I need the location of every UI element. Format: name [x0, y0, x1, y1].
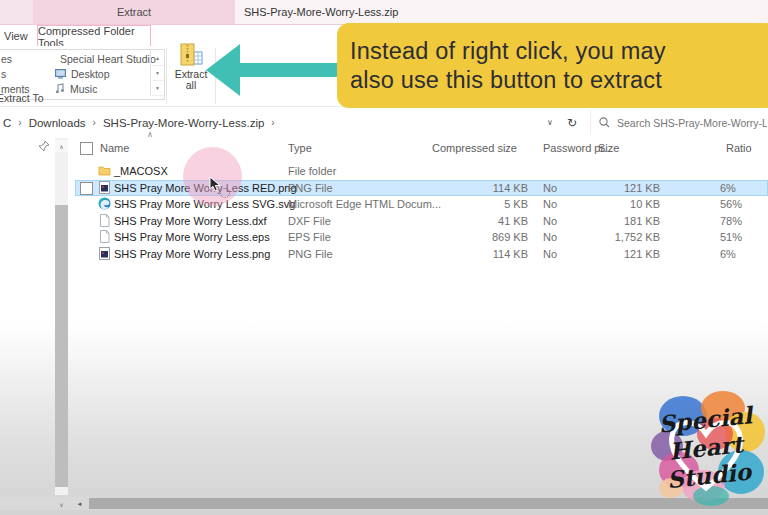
image-file-icon	[98, 181, 111, 194]
file-size: 181 KB	[560, 213, 660, 229]
edge-browser-icon	[98, 197, 111, 210]
column-header-compressed-size[interactable]: Compressed size	[432, 140, 517, 156]
callout-line-2: also use this button to extract	[350, 66, 768, 95]
search-input[interactable]	[615, 116, 768, 130]
vertical-scrollbar[interactable]: ∧	[55, 138, 68, 495]
callout-line-1: Instead of right click, you may	[350, 37, 768, 66]
file-type: Microsoft Edge HTML Docum...	[288, 196, 441, 212]
address-dropdown-button[interactable]: ∨	[540, 113, 560, 132]
gallery-scroll-down-button[interactable]: ▼	[150, 65, 164, 81]
gallery-item-cut-1[interactable]: es	[1, 51, 12, 66]
column-header-size[interactable]: Size	[598, 140, 619, 156]
file-ratio: 78%	[720, 213, 742, 229]
file-size: 10 KB	[560, 196, 660, 212]
music-note-icon	[55, 83, 65, 94]
column-header-ratio[interactable]: Ratio	[726, 140, 752, 156]
file-compressed-size: 5 KB	[428, 196, 528, 212]
file-icon	[98, 214, 111, 227]
extract-to-group-label: Extract To	[0, 92, 44, 104]
file-password: No	[543, 213, 557, 229]
search-box[interactable]	[590, 110, 768, 135]
image-file-icon	[98, 247, 111, 260]
address-bar: C › Downloads › SHS-Pray-More-Worry-Less…	[0, 107, 768, 139]
file-icon	[98, 230, 111, 243]
window-bottom-strip	[0, 510, 768, 515]
ribbon-separator	[166, 48, 167, 104]
file-name: SHS Pray More Worry Less.eps	[114, 229, 270, 245]
context-group-label: Extract	[117, 6, 151, 18]
gallery-item-desktop[interactable]: Desktop	[55, 66, 149, 81]
row-checkbox[interactable]	[80, 182, 93, 195]
folder-icon	[98, 164, 111, 177]
triangle-down-icon: ▼	[155, 85, 160, 91]
gallery-item-label: Music	[70, 83, 97, 95]
column-header-name[interactable]: Name	[100, 140, 129, 156]
chevron-down-icon: ∨	[547, 118, 553, 127]
window-title: SHS-Pray-More-Worry-Less.zip	[244, 0, 398, 24]
tab-compressed-folder-tools[interactable]: Compressed Folder Tools	[37, 25, 151, 47]
column-header-type[interactable]: Type	[288, 140, 312, 156]
file-ratio: 56%	[720, 196, 742, 212]
tab-view[interactable]: View	[4, 25, 28, 46]
chevron-down-icon: ∨	[59, 501, 63, 508]
titlebar-corner	[0, 0, 33, 24]
context-tab-group: Extract	[33, 0, 235, 24]
scroll-up-arrow[interactable]: ∧	[55, 140, 68, 152]
file-ratio: 6%	[720, 246, 736, 262]
file-compressed-size: 114 KB	[428, 180, 528, 196]
desktop-icon	[55, 69, 66, 79]
chevron-right-icon: ›	[93, 117, 96, 128]
gallery-scroll-up-button[interactable]: ▲	[150, 50, 164, 66]
gallery-item-label: Special Heart Studio	[60, 53, 156, 65]
extract-all-zip-icon	[179, 43, 203, 69]
file-compressed-size: 869 KB	[428, 229, 528, 245]
file-size: 1,752 KB	[560, 229, 660, 245]
triangle-left-icon: ◄	[77, 501, 83, 507]
table-row-red-png[interactable]: SHS Pray More Worry Less RED.png PNG Fil…	[75, 180, 768, 196]
gallery-item-label: Desktop	[71, 68, 110, 80]
file-type: EPS File	[288, 229, 331, 245]
gallery-item-special-heart-studio[interactable]: Special Heart Studio	[55, 51, 149, 66]
breadcrumb-item-downloads[interactable]: Downloads	[29, 117, 86, 129]
file-size: 121 KB	[560, 246, 660, 262]
tutorial-arrow	[206, 43, 339, 99]
tutorial-callout: Instead of right click, you may also use…	[337, 23, 768, 108]
gallery-item-cut-2[interactable]: s	[1, 66, 6, 81]
gallery-item-music[interactable]: Music	[55, 81, 149, 96]
refresh-button[interactable]: ↻	[562, 113, 582, 132]
scroll-left-arrow[interactable]: ◄	[72, 497, 87, 510]
file-size: 121 KB	[560, 180, 660, 196]
gallery-more-button[interactable]: ▼	[150, 80, 164, 96]
select-all-checkbox[interactable]	[80, 142, 93, 155]
file-type: PNG File	[288, 180, 333, 196]
file-table: ∧ Name Type Compressed size Password pr.…	[75, 138, 768, 278]
table-row-macosx[interactable]: _MACOSX File folder	[75, 163, 768, 179]
search-icon	[599, 117, 610, 128]
extract-all-label: all	[186, 80, 197, 91]
file-compressed-size: 114 KB	[428, 246, 528, 262]
special-heart-studio-logo: Special Heart Studio	[645, 384, 768, 510]
table-row-eps[interactable]: SHS Pray More Worry Less.eps EPS File 86…	[75, 229, 768, 245]
title-bar: Extract SHS-Pray-More-Worry-Less.zip	[0, 0, 768, 24]
table-row-dxf[interactable]: SHS Pray More Worry Less.dxf DXF File 41…	[75, 213, 768, 229]
file-ratio: 51%	[720, 229, 742, 245]
file-compressed-size: 41 KB	[428, 213, 528, 229]
file-ratio: 6%	[720, 180, 736, 196]
chevron-right-icon: ›	[271, 117, 274, 128]
chevron-right-icon: ›	[18, 117, 21, 128]
file-password: No	[543, 229, 557, 245]
scroll-down-arrow[interactable]: ∨	[55, 498, 68, 510]
pin-icon[interactable]	[38, 140, 50, 152]
table-row-png[interactable]: SHS Pray More Worry Less.png PNG File 11…	[75, 246, 768, 262]
file-type: DXF File	[288, 213, 331, 229]
file-password: No	[543, 196, 557, 212]
triangle-down-icon: ▼	[155, 70, 160, 76]
breadcrumb-item-pc[interactable]: C	[3, 117, 11, 129]
breadcrumb-item-zip[interactable]: SHS-Pray-More-Worry-Less.zip	[103, 117, 264, 129]
refresh-icon: ↻	[567, 116, 577, 130]
vertical-scrollbar-thumb[interactable]	[55, 205, 68, 487]
explorer-window: Extract SHS-Pray-More-Worry-Less.zip Vie…	[0, 0, 768, 515]
chevron-up-icon: ∧	[59, 143, 63, 150]
triangle-up-icon: ▲	[155, 55, 160, 61]
table-row-svg[interactable]: SHS Pray More Worry Less SVG.svg Microso…	[75, 196, 768, 212]
